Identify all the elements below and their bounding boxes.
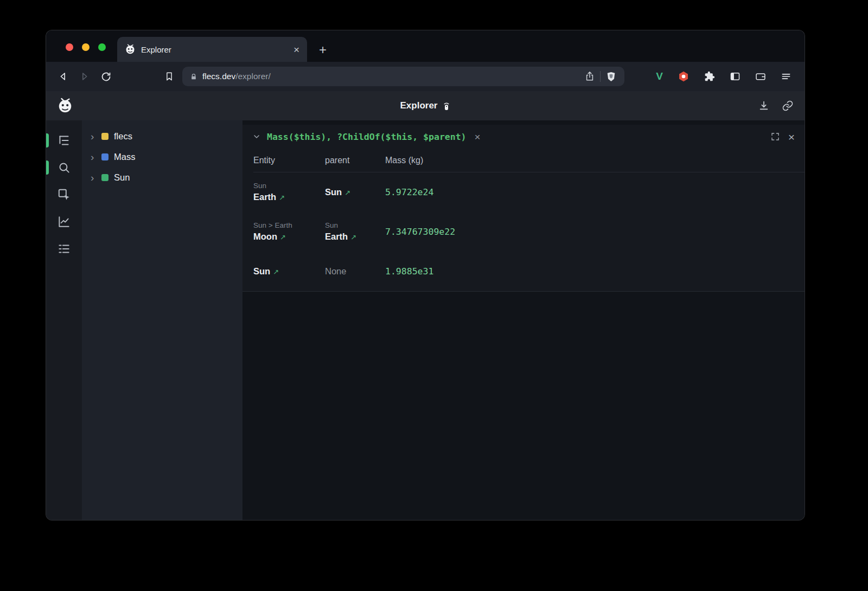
query-header: Mass($this), ?ChildOf($this, $parent) × … — [242, 125, 805, 149]
parent-cell: Sun Earth↗ — [325, 221, 385, 243]
close-panel-icon[interactable]: × — [788, 131, 795, 143]
mass-value: 1.9885e31 — [385, 266, 805, 277]
download-icon[interactable] — [758, 100, 770, 112]
url-domain: flecs.dev — [202, 72, 235, 81]
parent-name: Sun — [325, 187, 342, 197]
entity-cell: Sun↗ — [253, 265, 325, 278]
clear-query-icon[interactable]: × — [475, 132, 481, 142]
chevron-right-icon[interactable]: › — [91, 152, 96, 162]
entity-color-swatch — [101, 174, 108, 181]
tab-close-icon[interactable]: × — [293, 44, 299, 55]
tree-item-label: flecs — [114, 131, 132, 142]
tab-bar: Explorer × + — [46, 30, 805, 62]
query-search-button[interactable] — [46, 154, 82, 181]
zoom-window-button[interactable] — [98, 43, 106, 51]
fullscreen-icon[interactable] — [770, 132, 780, 142]
table-row: Sun > Earth Moon↗ Sun Earth↗ 7.34767309e… — [253, 212, 805, 252]
entity-link[interactable]: Sun↗ — [253, 265, 325, 278]
entity-name: Moon — [253, 232, 277, 241]
entity-cell: Sun Earth↗ — [253, 181, 325, 204]
chevron-right-icon[interactable]: › — [91, 131, 96, 142]
entity-cell: Sun > Earth Moon↗ — [253, 221, 325, 243]
table-row: Sun↗ None 1.9885e31 — [253, 252, 805, 291]
entity-parent-path: Sun > Earth — [253, 221, 325, 230]
share-link-icon[interactable] — [782, 100, 794, 112]
parent-link[interactable]: Earth↗ — [325, 230, 385, 243]
table-row: Sun Earth↗ Sun↗ 5.9722e24 — [253, 172, 805, 212]
parent-cell: None — [325, 266, 385, 277]
forward-icon[interactable] — [79, 70, 91, 82]
sidebar-toggle-icon[interactable] — [730, 71, 741, 82]
query-expression[interactable]: Mass($this), ?ChildOf($this, $parent) — [267, 132, 467, 142]
url-text: flecs.dev/explorer/ — [202, 72, 271, 81]
extensions-puzzle-icon[interactable] — [704, 71, 715, 82]
entity-color-swatch — [101, 133, 108, 140]
back-icon[interactable] — [57, 70, 69, 82]
inspect-button[interactable] — [46, 181, 82, 208]
entity-name: Sun — [253, 266, 270, 276]
bookmark-icon[interactable] — [164, 71, 175, 82]
menu-hamburger-icon[interactable] — [781, 71, 792, 82]
mass-value: 7.34767309e22 — [385, 227, 805, 237]
parent-name: Earth — [325, 232, 348, 241]
minimize-window-button[interactable] — [82, 43, 90, 51]
tree-item-label: Sun — [114, 172, 130, 183]
close-window-button[interactable] — [66, 43, 73, 51]
browser-tab-explorer[interactable]: Explorer × — [117, 37, 307, 62]
query-block: Mass($this), ?ChildOf($this, $parent) × … — [242, 125, 805, 292]
flecs-explorer-page: Explorer — [46, 91, 805, 520]
column-header-mass: Mass (kg) — [385, 156, 805, 165]
table-header: Entity parent Mass (kg) — [253, 149, 805, 172]
parent-parent-path: Sun — [325, 221, 385, 230]
entity-color-swatch — [101, 153, 108, 160]
share-icon[interactable] — [584, 71, 595, 82]
tree-item-flecs[interactable]: › flecs — [82, 126, 242, 146]
flecs-favicon-icon — [125, 44, 136, 55]
remote-connection-icon — [442, 101, 450, 111]
external-link-icon: ↗ — [344, 189, 350, 197]
new-tab-button[interactable]: + — [319, 43, 327, 56]
entity-link[interactable]: Earth↗ — [253, 191, 325, 204]
external-link-icon: ↗ — [280, 233, 286, 241]
flecs-logo-icon — [57, 98, 73, 114]
parent-link[interactable]: Sun↗ — [325, 186, 385, 199]
entity-link[interactable]: Moon↗ — [253, 230, 325, 243]
extension-hexagon-icon[interactable] — [678, 70, 690, 82]
left-icon-strip — [46, 120, 82, 520]
parent-cell: Sun↗ — [325, 186, 385, 199]
browser-toolbar: flecs.dev/explorer/ V — [46, 62, 805, 91]
chevron-right-icon[interactable]: › — [91, 172, 96, 183]
tables-button[interactable] — [46, 235, 82, 262]
entity-name: Earth — [253, 192, 276, 202]
browser-window: Explorer × + flecs.dev/explorer/ — [46, 30, 805, 521]
address-bar[interactable]: flecs.dev/explorer/ — [182, 67, 624, 86]
entity-parent-path: Sun — [253, 181, 325, 191]
mass-value: 5.9722e24 — [385, 187, 805, 197]
external-link-icon: ↗ — [279, 194, 285, 202]
divider — [600, 71, 601, 82]
parent-none: None — [325, 266, 385, 277]
query-result-panel: Mass($this), ?ChildOf($this, $parent) × … — [242, 120, 805, 520]
lock-icon — [190, 73, 197, 81]
external-link-icon: ↗ — [273, 268, 279, 276]
reload-icon[interactable] — [100, 71, 112, 82]
column-header-entity: Entity — [253, 156, 325, 165]
tree-item-sun[interactable]: › Sun — [82, 167, 242, 188]
brave-shields-icon[interactable] — [605, 70, 617, 83]
results-table: Entity parent Mass (kg) Sun Earth↗ Sun↗ — [242, 149, 805, 291]
tree-item-label: Mass — [114, 152, 135, 162]
vue-devtools-icon[interactable]: V — [656, 70, 663, 82]
tree-item-mass[interactable]: › Mass — [82, 146, 242, 167]
chevron-down-icon[interactable] — [252, 132, 261, 141]
entity-tree-panel: › flecs › Mass › Sun — [82, 120, 242, 520]
wallet-icon[interactable] — [755, 71, 766, 82]
page-title: Explorer — [400, 100, 451, 111]
stats-chart-button[interactable] — [46, 208, 82, 235]
external-link-icon: ↗ — [350, 233, 356, 241]
tree-view-button[interactable] — [46, 127, 82, 154]
traffic-lights — [66, 43, 106, 51]
url-path: /explorer/ — [235, 72, 271, 81]
page-title-text: Explorer — [400, 100, 438, 111]
explorer-header: Explorer — [46, 91, 805, 120]
column-header-parent: parent — [325, 156, 385, 165]
